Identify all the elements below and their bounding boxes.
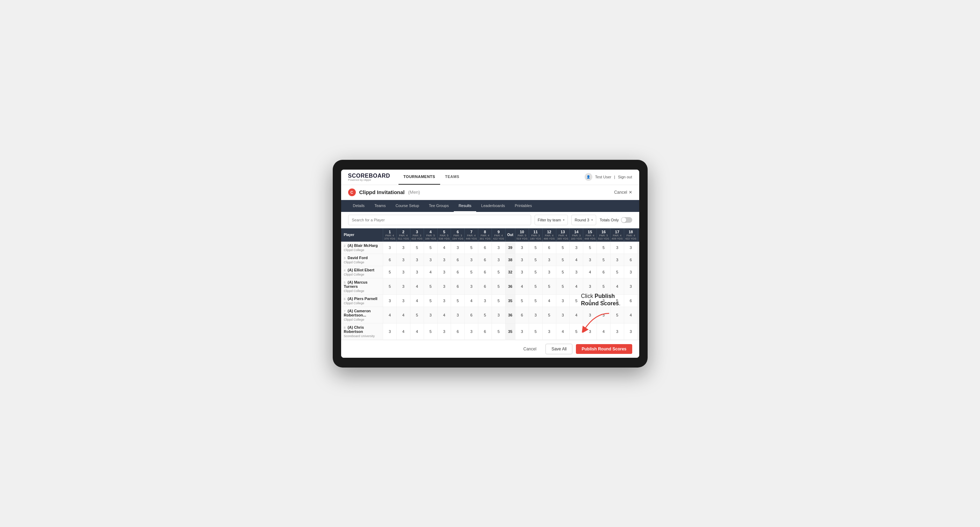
hole-8-score[interactable]: 5 <box>478 307 492 323</box>
hole-16-score[interactable]: 6 <box>597 266 611 278</box>
tab-teams[interactable]: Teams <box>369 200 390 212</box>
hole-1-score[interactable]: 6 <box>383 254 397 266</box>
hole-7-score[interactable]: 5 <box>465 266 478 278</box>
hole-17-score[interactable]: 5 <box>611 266 624 278</box>
hole-9-score[interactable]: 5 <box>492 323 506 340</box>
hole-3-score[interactable]: 5 <box>410 242 424 254</box>
cancel-tournament-button[interactable]: Cancel ✕ <box>614 190 632 195</box>
hole-15-score[interactable]: 3 <box>583 278 597 294</box>
tab-printables[interactable]: Printables <box>510 200 537 212</box>
hole-5-score[interactable]: 3 <box>438 254 451 266</box>
hole-10-score[interactable]: 6 <box>515 307 529 323</box>
hole-14-score[interactable]: 4 <box>570 254 583 266</box>
hole-10-score[interactable]: 3 <box>515 242 529 254</box>
hole-4-score[interactable]: 3 <box>424 307 438 323</box>
hole-12-score[interactable]: 3 <box>542 254 556 266</box>
hole-15-score[interactable]: 4 <box>583 266 597 278</box>
hole-2-score[interactable]: 4 <box>396 307 410 323</box>
hole-2-score[interactable]: 4 <box>396 323 410 340</box>
tab-results[interactable]: Results <box>454 200 477 212</box>
hole-2-score[interactable]: 3 <box>396 278 410 294</box>
hole-8-score[interactable]: 6 <box>478 278 492 294</box>
save-all-button[interactable]: Save All <box>546 344 573 354</box>
hole-13-score[interactable]: 3 <box>556 307 570 323</box>
hole-13-score[interactable]: 5 <box>556 266 570 278</box>
hole-1-score[interactable]: 5 <box>383 266 397 278</box>
hole-5-score[interactable]: 3 <box>438 294 451 307</box>
hole-5-score[interactable]: 3 <box>438 266 451 278</box>
hole-9-score[interactable]: 5 <box>492 294 506 307</box>
tab-details[interactable]: Details <box>348 200 370 212</box>
hole-2-score[interactable]: 3 <box>396 294 410 307</box>
hole-13-score[interactable]: 4 <box>556 323 570 340</box>
hole-1-score[interactable]: 5 <box>383 278 397 294</box>
hole-12-score[interactable]: 3 <box>542 323 556 340</box>
hole-11-score[interactable]: 3 <box>529 307 542 323</box>
hole-12-score[interactable]: 4 <box>542 294 556 307</box>
publish-round-scores-button[interactable]: Publish Round Scores <box>576 344 632 354</box>
hole-10-score[interactable]: 3 <box>515 254 529 266</box>
hole-8-score[interactable]: 6 <box>478 323 492 340</box>
hole-17-score[interactable]: 3 <box>611 254 624 266</box>
hole-1-score[interactable]: 4 <box>383 307 397 323</box>
hole-8-score[interactable]: 6 <box>478 242 492 254</box>
hole-7-score[interactable]: 3 <box>465 323 478 340</box>
hole-11-score[interactable]: 5 <box>529 266 542 278</box>
hole-7-score[interactable]: 3 <box>465 254 478 266</box>
hole-14-score[interactable]: 3 <box>570 266 583 278</box>
hole-4-score[interactable]: 5 <box>424 278 438 294</box>
hole-4-score[interactable]: 4 <box>424 266 438 278</box>
hole-12-score[interactable]: 5 <box>542 307 556 323</box>
hole-14-score[interactable]: 4 <box>570 278 583 294</box>
hole-2-score[interactable]: 3 <box>396 254 410 266</box>
hole-11-score[interactable]: 5 <box>529 242 542 254</box>
hole-6-score[interactable]: 6 <box>451 266 465 278</box>
hole-7-score[interactable]: 6 <box>465 307 478 323</box>
hole-1-score[interactable]: 3 <box>383 294 397 307</box>
hole-18-score[interactable]: 6 <box>624 254 638 266</box>
hole-6-score[interactable]: 3 <box>451 307 465 323</box>
hole-13-score[interactable]: 3 <box>556 294 570 307</box>
hole-3-score[interactable]: 4 <box>410 278 424 294</box>
hole-10-score[interactable]: 3 <box>515 266 529 278</box>
hole-5-score[interactable]: 3 <box>438 278 451 294</box>
hole-6-score[interactable]: 6 <box>451 323 465 340</box>
hole-5-score[interactable]: 3 <box>438 323 451 340</box>
hole-16-score[interactable]: 5 <box>597 278 611 294</box>
hole-4-score[interactable]: 5 <box>424 242 438 254</box>
hole-8-score[interactable]: 6 <box>478 254 492 266</box>
hole-11-score[interactable]: 5 <box>529 294 542 307</box>
hole-7-score[interactable]: 5 <box>465 242 478 254</box>
hole-11-score[interactable]: 5 <box>529 278 542 294</box>
hole-3-score[interactable]: 3 <box>410 266 424 278</box>
hole-15-score[interactable]: 5 <box>583 242 597 254</box>
totals-toggle-switch[interactable] <box>621 217 632 223</box>
hole-1-score[interactable]: 3 <box>383 323 397 340</box>
tab-leaderboards[interactable]: Leaderboards <box>476 200 510 212</box>
hole-8-score[interactable]: 3 <box>478 294 492 307</box>
hole-16-score[interactable]: 5 <box>597 254 611 266</box>
hole-4-score[interactable]: 5 <box>424 294 438 307</box>
hole-18-score[interactable]: 3 <box>624 278 638 294</box>
hole-13-score[interactable]: 5 <box>556 278 570 294</box>
hole-2-score[interactable]: 3 <box>396 242 410 254</box>
hole-17-score[interactable]: 3 <box>611 242 624 254</box>
hole-12-score[interactable]: 5 <box>542 278 556 294</box>
hole-6-score[interactable]: 6 <box>451 254 465 266</box>
hole-10-score[interactable]: 5 <box>515 294 529 307</box>
hole-9-score[interactable]: 3 <box>492 242 506 254</box>
hole-4-score[interactable]: 3 <box>424 254 438 266</box>
tab-course-setup[interactable]: Course Setup <box>391 200 424 212</box>
hole-6-score[interactable]: 5 <box>451 294 465 307</box>
hole-3-score[interactable]: 4 <box>410 294 424 307</box>
hole-8-score[interactable]: 6 <box>478 266 492 278</box>
hole-11-score[interactable]: 5 <box>529 254 542 266</box>
hole-5-score[interactable]: 4 <box>438 307 451 323</box>
hole-7-score[interactable]: 4 <box>465 294 478 307</box>
hole-7-score[interactable]: 3 <box>465 278 478 294</box>
hole-9-score[interactable]: 3 <box>492 307 506 323</box>
hole-4-score[interactable]: 5 <box>424 323 438 340</box>
hole-9-score[interactable]: 5 <box>492 278 506 294</box>
hole-9-score[interactable]: 3 <box>492 254 506 266</box>
nav-link-tournaments[interactable]: TOURNAMENTS <box>399 170 440 185</box>
